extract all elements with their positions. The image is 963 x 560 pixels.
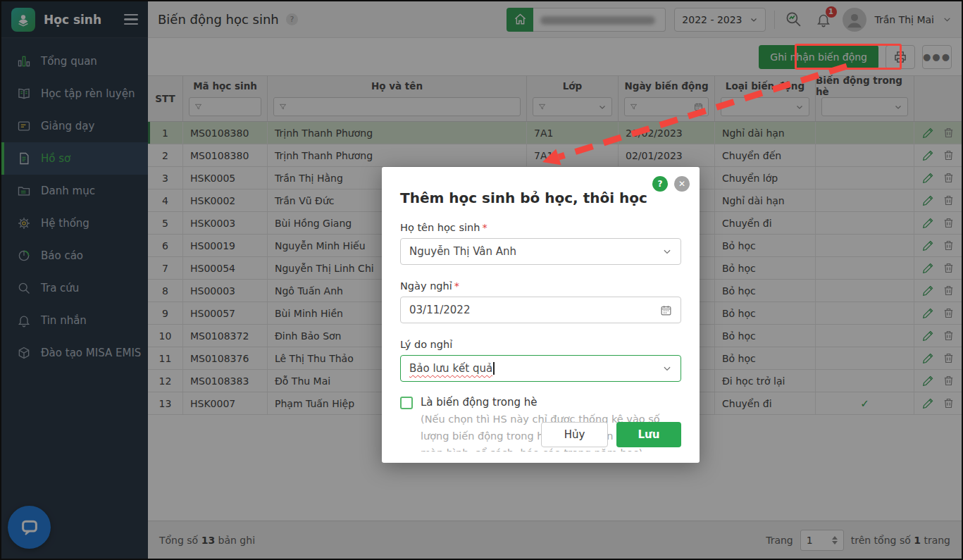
- summer-change-label: Là biến động trong hè: [421, 396, 681, 409]
- close-icon[interactable]: ✕: [674, 176, 690, 192]
- save-button[interactable]: Lưu: [616, 422, 681, 447]
- leave-reason-value: Bảo lưu kết quả: [409, 362, 492, 375]
- leave-date-label: Ngày nghỉ*: [400, 280, 681, 292]
- summer-change-checkbox[interactable]: [400, 397, 413, 409]
- leave-reason-label: Lý do nghỉ: [400, 339, 681, 350]
- text-caret: [493, 362, 495, 375]
- student-name-label: Họ tên học sinh*: [400, 222, 681, 233]
- leave-date-value: 03/11/2022: [409, 304, 470, 316]
- student-name-value: Nguyễn Thị Vân Anh: [409, 245, 516, 258]
- required-asterisk: *: [482, 222, 487, 233]
- required-asterisk: *: [454, 280, 459, 292]
- chevron-down-icon: [662, 247, 672, 256]
- cancel-button[interactable]: Hủy: [541, 422, 608, 447]
- leave-date-input[interactable]: 03/11/2022: [400, 297, 681, 323]
- app-window: Học sinh Tổng quan Học tập rèn luyện Giả…: [0, 0, 963, 560]
- calendar-icon: [660, 304, 672, 316]
- modal-help-icon[interactable]: ?: [652, 176, 668, 192]
- student-name-select[interactable]: Nguyễn Thị Vân Anh: [400, 238, 681, 265]
- add-dropout-modal: ? ✕ Thêm học sinh bỏ học, thôi học Họ tê…: [382, 167, 700, 463]
- leave-reason-combobox[interactable]: Bảo lưu kết quả: [400, 355, 681, 382]
- modal-title: Thêm học sinh bỏ học, thôi học: [400, 189, 681, 206]
- chevron-down-icon: [662, 363, 672, 373]
